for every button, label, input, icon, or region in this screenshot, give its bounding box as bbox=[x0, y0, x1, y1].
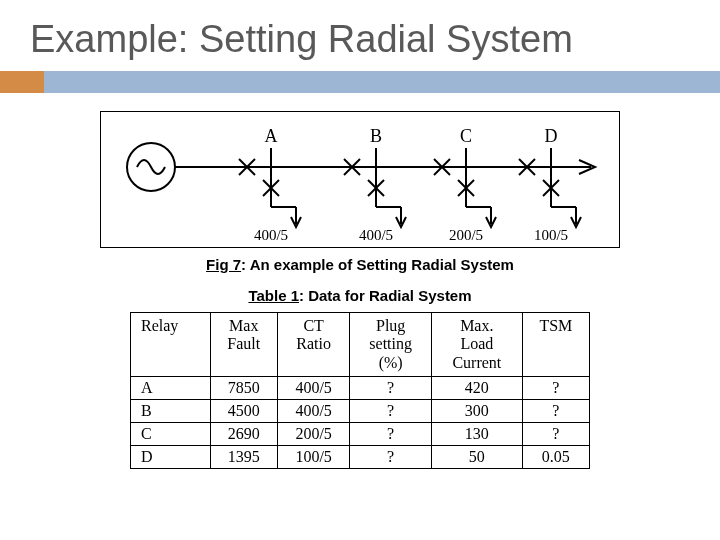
cell-relay: A bbox=[131, 377, 211, 400]
cell-max-fault: 4500 bbox=[210, 400, 277, 423]
cell-plug: ? bbox=[350, 377, 432, 400]
table-row: C 2690 200/5 ? 130 ? bbox=[131, 423, 590, 446]
cell-relay: C bbox=[131, 423, 211, 446]
table-caption-text: : Data for Radial System bbox=[299, 287, 472, 304]
divider-bar bbox=[44, 71, 720, 93]
col-plug: Plugsetting(%) bbox=[350, 313, 432, 377]
col-relay: Relay bbox=[131, 313, 211, 377]
col-max-load: Max.LoadCurrent bbox=[431, 313, 522, 377]
bus-d: D 100/5 bbox=[519, 126, 581, 243]
cell-max-load: 50 bbox=[431, 446, 522, 469]
radial-system-diagram: A 400/5 B bbox=[101, 112, 621, 247]
cell-tsm: ? bbox=[522, 377, 589, 400]
slide: Example: Setting Radial System A bbox=[0, 0, 720, 540]
cell-ct-ratio: 400/5 bbox=[277, 377, 349, 400]
table-caption: Table 1: Data for Radial System bbox=[0, 287, 720, 304]
figure-caption-text: : An example of Setting Radial System bbox=[241, 256, 514, 273]
table-header-row: Relay MaxFault CTRatio Plugsetting(%) Ma… bbox=[131, 313, 590, 377]
page-title: Example: Setting Radial System bbox=[0, 0, 720, 71]
cell-relay: D bbox=[131, 446, 211, 469]
accent-block bbox=[0, 71, 44, 93]
cell-tsm: ? bbox=[522, 423, 589, 446]
cell-max-fault: 2690 bbox=[210, 423, 277, 446]
table-row: B 4500 400/5 ? 300 ? bbox=[131, 400, 590, 423]
col-ct-ratio: CTRatio bbox=[277, 313, 349, 377]
cell-tsm: ? bbox=[522, 400, 589, 423]
cell-ct-ratio: 200/5 bbox=[277, 423, 349, 446]
ct-ratio: 400/5 bbox=[359, 227, 393, 243]
data-table: Relay MaxFault CTRatio Plugsetting(%) Ma… bbox=[130, 312, 590, 469]
figure-box: A 400/5 B bbox=[100, 111, 620, 248]
bus-b: B 400/5 bbox=[344, 126, 406, 243]
cell-tsm: 0.05 bbox=[522, 446, 589, 469]
cell-relay: B bbox=[131, 400, 211, 423]
cell-plug: ? bbox=[350, 423, 432, 446]
ct-ratio: 400/5 bbox=[254, 227, 288, 243]
bus-c: C 200/5 bbox=[434, 126, 496, 243]
cell-plug: ? bbox=[350, 400, 432, 423]
ct-ratio: 200/5 bbox=[449, 227, 483, 243]
table-caption-label: Table 1 bbox=[248, 287, 299, 304]
title-divider bbox=[0, 71, 720, 93]
cell-max-load: 130 bbox=[431, 423, 522, 446]
bus-label: D bbox=[545, 126, 558, 146]
cell-max-fault: 7850 bbox=[210, 377, 277, 400]
table-row: A 7850 400/5 ? 420 ? bbox=[131, 377, 590, 400]
table-row: D 1395 100/5 ? 50 0.05 bbox=[131, 446, 590, 469]
figure-caption-label: Fig 7 bbox=[206, 256, 241, 273]
figure-caption: Fig 7: An example of Setting Radial Syst… bbox=[0, 256, 720, 273]
cell-ct-ratio: 400/5 bbox=[277, 400, 349, 423]
ct-ratio: 100/5 bbox=[534, 227, 568, 243]
col-max-fault: MaxFault bbox=[210, 313, 277, 377]
bus-label: C bbox=[460, 126, 472, 146]
cell-max-fault: 1395 bbox=[210, 446, 277, 469]
bus-a: A 400/5 bbox=[239, 126, 301, 243]
cell-max-load: 420 bbox=[431, 377, 522, 400]
cell-max-load: 300 bbox=[431, 400, 522, 423]
bus-label: B bbox=[370, 126, 382, 146]
bus-label: A bbox=[265, 126, 278, 146]
cell-ct-ratio: 100/5 bbox=[277, 446, 349, 469]
table-wrap: Relay MaxFault CTRatio Plugsetting(%) Ma… bbox=[130, 312, 590, 469]
cell-plug: ? bbox=[350, 446, 432, 469]
col-tsm: TSM bbox=[522, 313, 589, 377]
